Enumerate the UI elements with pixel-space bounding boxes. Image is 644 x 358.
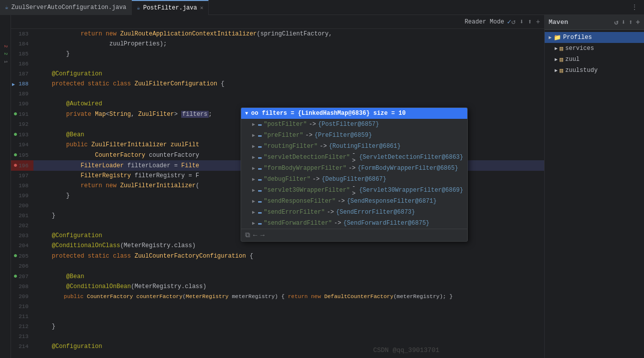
tab-post-filter[interactable]: ☕ PostFilter.java ✕ [132,0,209,15]
popup-item-key: "servletDetectionFilter" [264,154,350,161]
code-content [33,59,544,69]
popup-item-value: {SendErrorFilter@6873} [336,209,415,216]
code-content [33,312,544,322]
line-number: 188▶ [11,79,33,89]
popup-item-field-icon: ▬ [258,154,262,161]
line-number: ●205 [11,251,33,261]
popup-item[interactable]: ▶ ▬ "servlet30WrapperFilter" -> {Servlet… [241,185,467,196]
line-number: ●195 [11,150,33,160]
maven-header: Maven ↺ ⬇ ⬆ + [545,15,644,30]
popup-item-arrow-icon: ▶ [252,176,255,182]
table-row: 186 [11,59,544,69]
table-row: ●205 protected static class ZuulCounterF… [11,251,544,261]
line-number: 203 [11,231,33,241]
services-expand-arrow: ▶ [555,45,558,51]
popup-item-arrow-icon: ▶ [252,132,255,138]
line-number: 189 [11,89,33,99]
popup-item-arrow-icon: ▶ [252,121,255,127]
popup-item-value: {FormBodyWrapperFilter@6865} [357,165,458,172]
tree-item-zuulstudy[interactable]: ▶ ▤ zuulstudy [545,65,644,76]
tab-zuul-server[interactable]: ☕ ZuulServerAutoConfiguration.java [0,0,132,15]
popup-item-arrow-icon: ▶ [252,198,255,204]
line-number: 200 [11,201,33,211]
left-indicator: 2 2 1 [0,15,11,358]
table-row: 204 @ConditionalOnClass(MeterRegistry.cl… [11,241,544,251]
tab-close-button[interactable]: ✕ [200,4,204,11]
maven-plus-btn[interactable]: + [636,18,640,26]
popup-item-value: {DebugFilter@6867} [322,176,386,183]
maven-title: Maven [549,18,568,26]
popup-item-key: "formBodyWrapperFilter" [264,165,346,172]
popup-item-key: "servlet30WrapperFilter" [264,187,350,194]
line-number: ●191 [11,109,33,119]
popup-item-value: {ServletDetectionFilter@6863} [359,154,463,161]
debug-popup: ▼ oo filters = {LinkedHashMap@6836} size… [241,107,468,242]
code-content: public CounterFactory counterFactory(Met… [33,292,544,302]
popup-copy-icon[interactable]: ⧉ [245,231,250,239]
popup-item[interactable]: ▶ ▬ "postFilter" -> {PostFilter@6857} [241,119,467,130]
popup-item[interactable]: ▶ ▬ "sendErrorFilter" -> {SendErrorFilte… [241,207,467,218]
table-row: 184 zuulProperties); [11,39,544,49]
code-content: return new ZuulRouteApplicationContextIn… [33,29,544,39]
refresh-icon[interactable]: ↺ [511,17,515,26]
line-number: 197 [11,171,33,181]
toolbar-row: Reader Mode ✓ ↺ ⬇ ⬆ + [11,15,544,29]
popup-item[interactable]: ▶ ▬ "preFilter" -> {PreFilter@6859} [241,130,467,141]
line-number: 186 [11,59,33,69]
popup-item[interactable]: ▶ ▬ "servletDetectionFilter" -> {Servlet… [241,152,467,163]
tree-item-zuul[interactable]: ▶ ▤ zuul [545,54,644,65]
table-row: 187 @Configuration [11,69,544,79]
popup-item[interactable]: ▶ ▬ "sendForwardFilter" -> {SendForwardF… [241,218,467,229]
reader-mode-toggle[interactable]: ✓ [507,17,511,26]
table-row: 188▶ protected static class ZuulFilterCo… [11,79,544,89]
popup-item-arrow-icon: ▶ [252,209,255,215]
table-row: 213 [11,332,544,342]
maven-download-btn[interactable]: ⬇ [622,18,626,26]
left-badge-1: 2 [3,45,8,47]
popup-item-value: {PostFilter@6857} [318,121,379,128]
code-content: protected static class ZuulCounterFactor… [33,251,544,261]
popup-item-field-icon: ▬ [258,165,262,172]
line-number: ●196 [11,160,33,171]
popup-item[interactable]: ▶ ▬ "sendResponseFilter" -> {SendRespons… [241,196,467,207]
popup-forward-icon[interactable]: → [260,231,264,239]
table-row: 211 [11,312,544,322]
tree-item-profiles[interactable]: ▶ 📁 Profiles [545,32,644,43]
popup-item-field-icon: ▬ [258,132,262,139]
maven-refresh-btn[interactable]: ↺ [614,18,618,26]
download-icon[interactable]: ⬇ [520,17,524,26]
code-content: @ConditionalOnBean(MeterRegistry.class) [33,282,544,292]
popup-item-key: "sendForwardFilter" [264,220,332,227]
line-number: 214 [11,342,33,352]
left-badge-3: 1 [3,60,8,63]
maven-tree[interactable]: ▶ 📁 Profiles ▶ ▤ services ▶ ▤ zuul ▶ ▤ z… [545,30,644,358]
java-file-icon-2: ☕ [137,4,140,11]
zuulstudy-expand-arrow: ▶ [555,67,558,73]
popup-footer: ⧉ ← → [241,229,467,241]
popup-item-separator: -> [313,176,320,183]
popup-item-arrow-icon: ▶ [252,154,255,160]
plus-icon[interactable]: + [536,18,540,26]
tree-item-services[interactable]: ▶ ▤ services [545,43,644,54]
popup-item-value: {SendForwardFilter@6875} [343,220,429,227]
popup-item-separator: -> [337,198,344,205]
popup-back-icon[interactable]: ← [253,231,257,239]
tab-list-button[interactable]: ⋮ [629,2,640,12]
line-number: 208 [11,282,33,292]
tab-post-filter-label: PostFilter.java [143,4,197,11]
table-row: 214 @Configuration [11,342,544,352]
table-row: 185 } [11,49,544,59]
upload-icon[interactable]: ⬆ [528,17,532,26]
code-content [33,302,544,312]
line-number: 190 [11,99,33,109]
services-label: services [565,45,594,52]
maven-upload-btn[interactable]: ⬆ [629,18,633,26]
popup-header[interactable]: ▼ oo filters = {LinkedHashMap@6836} size… [241,108,467,119]
line-number: 192 [11,119,33,129]
popup-item[interactable]: ▶ ▬ "formBodyWrapperFilter" -> {FormBody… [241,163,467,174]
profiles-folder-icon: 📁 [554,34,561,41]
profiles-expand-arrow: ▶ [549,34,552,40]
popup-item-separator: -> [352,183,357,197]
popup-item-value: {RoutingFilter@6861} [329,143,401,150]
popup-item-field-icon: ▬ [258,176,262,183]
